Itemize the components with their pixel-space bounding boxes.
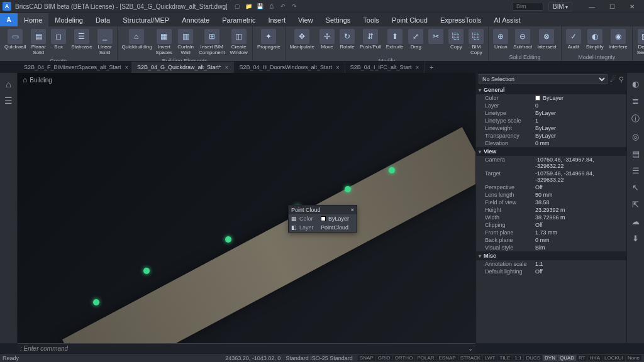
menu-tab-view[interactable]: View — [292, 13, 319, 26]
close-tab-icon[interactable]: × — [125, 64, 129, 71]
status-toggle-tile[interactable]: TILE — [497, 355, 512, 361]
status-toggle-ducs[interactable]: DUCS — [524, 355, 542, 361]
pin-icon[interactable]: ⚲ — [619, 75, 624, 84]
panel-icon[interactable]: ▤ — [632, 149, 640, 158]
ribbon-rotate[interactable]: ↻Rotate — [338, 28, 357, 57]
status-toggle-esnap[interactable]: ESNAP — [437, 355, 458, 361]
ribbon-planar-solid[interactable]: ▤Planar Solid — [29, 28, 48, 57]
app-menu-button[interactable]: A — [0, 13, 18, 26]
ribbon-move[interactable]: ✢Move — [318, 28, 336, 57]
ribbon-tool[interactable]: ✂ — [426, 28, 445, 57]
qa-print-icon[interactable]: ⎙ — [268, 3, 275, 10]
status-toggle-snap[interactable]: SNAP — [358, 355, 375, 361]
tooltip-close-icon[interactable]: × — [351, 207, 354, 213]
ribbon-push-pull[interactable]: ⇵Push/Pull — [358, 28, 383, 57]
props-row[interactable]: Visual styleBim — [476, 244, 626, 251]
menu-tab-parametric[interactable]: Parametric — [216, 13, 262, 26]
qa-undo-icon[interactable]: ↶ — [279, 3, 287, 10]
menu-tab-settings[interactable]: Settings — [319, 13, 357, 26]
cloud-icon[interactable]: ☁ — [631, 217, 640, 226]
ribbon-define-section[interactable]: ▧Define Section — [635, 28, 644, 62]
menu-tab-expresstools[interactable]: ExpressTools — [434, 13, 487, 26]
props-row[interactable]: Width38.72986 m — [476, 214, 626, 221]
ribbon-simplify[interactable]: ◐Simplify — [584, 28, 606, 53]
ribbon-propagate[interactable]: ✦Propagate — [255, 28, 282, 60]
command-expand-icon[interactable]: ⌄ — [468, 345, 473, 352]
menu-tab-annotate[interactable]: Annotate — [175, 13, 216, 26]
close-tab-icon[interactable]: × — [336, 64, 340, 71]
menu-tab-aiassist[interactable]: AI Assist — [487, 13, 526, 26]
minimize-button[interactable]: — — [582, 1, 601, 12]
props-row[interactable]: LinetypeByLayer — [476, 109, 626, 117]
props-row[interactable]: Elevation0 mm — [476, 140, 626, 147]
new-tab-button[interactable]: + — [425, 62, 438, 73]
ribbon-insert-bim-component[interactable]: ⊞Insert BIM Component — [197, 28, 226, 57]
props-row[interactable]: Default lightingOff — [476, 268, 626, 275]
status-toggle-lockui[interactable]: LOCKUI — [602, 355, 625, 361]
status-toggle-lwt[interactable]: LWT — [483, 355, 497, 361]
ribbon-bim-copy[interactable]: ⿻BIM Copy — [467, 28, 486, 57]
filter-icon[interactable]: ☄ — [610, 75, 616, 84]
lightbulb-icon[interactable]: ◐ — [632, 79, 639, 89]
status-toggle-strack[interactable]: STRACK — [458, 355, 482, 361]
ribbon-linear-solid[interactable]: ⎯Linear Solid — [96, 28, 114, 57]
ribbon-staircase[interactable]: ☰Staircase — [69, 28, 94, 57]
props-row[interactable]: Lens length50 mm — [476, 191, 626, 199]
ribbon-drag[interactable]: ⤢Drag — [406, 28, 425, 57]
status-toggle-1:1[interactable]: 1:1 — [513, 355, 523, 361]
cursor-icon[interactable]: ↖ — [632, 183, 639, 192]
menu-tab-structuralmep[interactable]: Structural/MEP — [116, 13, 175, 26]
props-row[interactable]: Back plane0 mm — [476, 236, 626, 244]
list-icon[interactable]: ☰ — [632, 166, 640, 175]
props-row[interactable]: Height23.29392 m — [476, 206, 626, 214]
ribbon-intersect[interactable]: ⊗Intersect — [535, 28, 558, 53]
props-row[interactable]: Camera-10760.46, -314967.84, -329632.22 — [476, 156, 626, 170]
props-row[interactable]: TransparencyByLayer — [476, 132, 626, 140]
status-toggle-polar[interactable]: POLAR — [415, 355, 436, 361]
ribbon-audit[interactable]: ✓Audit — [564, 28, 583, 53]
ribbon-interfere[interactable]: ◉Interfere — [607, 28, 630, 53]
structure-icon[interactable]: ☰ — [4, 96, 13, 106]
qa-new-icon[interactable]: ▢ — [234, 3, 242, 10]
menu-tab-data[interactable]: Data — [89, 13, 116, 26]
menu-tab-tools[interactable]: Tools — [357, 13, 386, 26]
maximize-button[interactable]: ☐ — [602, 1, 621, 12]
file-tab[interactable]: S2B_04_I_IFC_alt_Start× — [345, 62, 425, 73]
ribbon-box[interactable]: ◻Box — [49, 28, 68, 57]
menu-tab-insert[interactable]: Insert — [262, 13, 292, 26]
props-section-general[interactable]: General — [476, 85, 626, 94]
status-toggle-rt[interactable]: RT — [577, 355, 587, 361]
info-icon[interactable]: ⓘ — [631, 113, 640, 124]
qa-save-icon[interactable]: 💾 — [257, 3, 264, 10]
ribbon-union[interactable]: ⊕Union — [491, 28, 510, 53]
menu-tab-modeling[interactable]: Modeling — [48, 13, 89, 26]
props-row[interactable]: Target-10759.46, -314966.84, -329633.22 — [476, 170, 626, 184]
ribbon-quickwall[interactable]: ▭Quickwall — [3, 28, 28, 57]
search-input[interactable] — [512, 2, 543, 11]
home-icon[interactable]: ⌂ — [6, 79, 11, 89]
qa-redo-icon[interactable]: ↷ — [291, 3, 298, 10]
status-toggle-grid[interactable]: GRID — [376, 355, 392, 361]
props-row[interactable]: Layer0 — [476, 102, 626, 109]
props-row[interactable]: Annotation scale1:1 — [476, 260, 626, 268]
file-tab[interactable]: S2B_04_G_Quickdraw_alt_Start*× — [132, 62, 234, 73]
status-toggle-quad[interactable]: QUAD — [558, 355, 576, 361]
status-toggle-dyn[interactable]: DYN — [543, 355, 557, 361]
props-row[interactable]: ClippingOff — [476, 221, 626, 229]
ribbon-extrude[interactable]: ⬆Extrude — [384, 28, 406, 57]
status-toggle-ortho[interactable]: ORTHO — [393, 355, 415, 361]
breadcrumb[interactable]: ⌂ Building — [23, 75, 52, 84]
file-tab[interactable]: S2B_04_H_DoorsWindows_alt_Start× — [234, 62, 345, 73]
download-icon[interactable]: ⬇ — [632, 234, 639, 243]
status-toggle-hka[interactable]: HKA — [588, 355, 602, 361]
workspace-selector[interactable]: BIM — [548, 2, 572, 11]
ribbon-subtract[interactable]: ⊖Subtract — [511, 28, 534, 53]
globe-icon[interactable]: ◎ — [632, 132, 639, 141]
app-logo[interactable]: A — [3, 2, 11, 11]
selection-dropdown[interactable]: No Selection — [479, 74, 608, 84]
menu-tab-home[interactable]: Home — [18, 13, 48, 26]
close-tab-icon[interactable]: × — [415, 64, 419, 71]
status-toggle-none[interactable]: None — [626, 355, 641, 361]
command-line[interactable]: : Enter command ⌄ — [18, 343, 475, 353]
close-tab-icon[interactable]: × — [225, 64, 229, 71]
